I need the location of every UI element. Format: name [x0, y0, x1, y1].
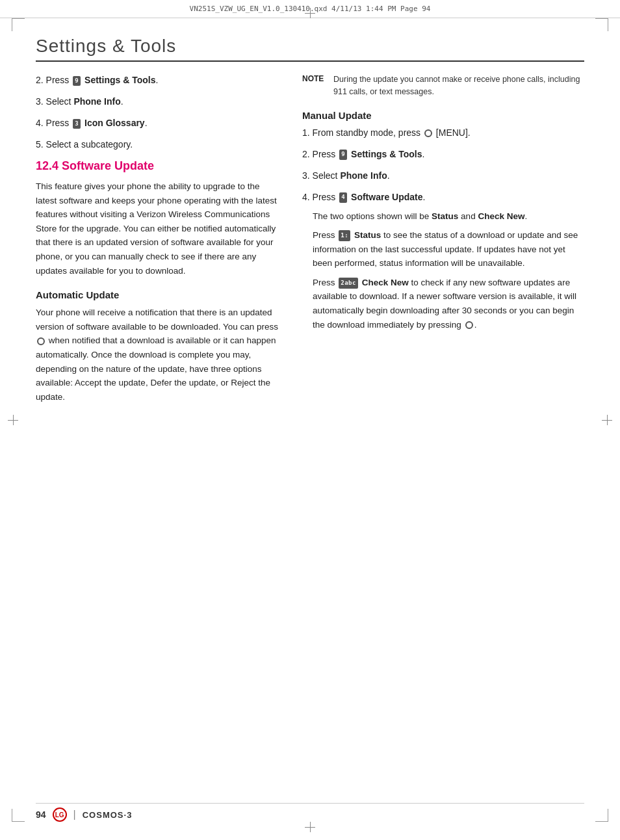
section-title-12-4: 12.4 Software Update — [36, 159, 283, 173]
cross-left-center — [8, 415, 18, 425]
circle-icon-press — [465, 321, 473, 329]
reg-mark-left-bottom — [12, 809, 25, 822]
sub-status-text: Press 1: Status to see the status of a d… — [313, 230, 578, 268]
body-text-main: This feature gives your phone the abilit… — [36, 179, 283, 278]
footer-logo: LG — [53, 807, 67, 822]
right-step-1-text: 1. From standby mode, press [MENU]. — [302, 127, 471, 138]
footer-page-number: 94 — [36, 809, 46, 820]
step-2-icon: 9 — [73, 76, 81, 86]
status-key-icon: 1: — [339, 230, 350, 241]
right-step-4-text: Software Update — [351, 192, 422, 202]
step-2: 2. Press 9 Settings & Tools. — [36, 73, 283, 87]
step-4-icon: 3 — [73, 119, 81, 129]
right-step-4-icon: 4 — [339, 192, 347, 203]
step-5: 5. Select a subcategory. — [36, 138, 283, 151]
auto-update-text: Your phone will receive a notification t… — [36, 306, 283, 404]
cross-right-center — [602, 415, 612, 425]
sub-check-new-text: Press 2abc Check New to check if any new… — [313, 278, 576, 330]
step-2-number: 2. Press — [36, 75, 71, 85]
right-step-2-icon: 9 — [339, 150, 347, 160]
sub-options-intro: The two options shown will be Status and… — [313, 211, 527, 221]
right-step-2-prefix: 2. Press — [302, 149, 338, 159]
auto-update-heading: Automatic Update — [36, 289, 283, 300]
right-step-2-text: Settings & Tools — [351, 149, 422, 159]
step-3-text: Phone Info — [73, 96, 120, 107]
reg-mark-right-bottom — [595, 809, 608, 822]
right-step-1: 1. From standby mode, press [MENU]. — [302, 126, 584, 140]
step-3: 3. Select Phone Info. — [36, 95, 283, 109]
footer-product-name: COSMOS·3 — [83, 810, 133, 820]
col-right: NOTE During the update you cannot make o… — [302, 73, 584, 804]
step-4-number: 4. Press — [36, 118, 71, 128]
step-4-period: . — [145, 118, 148, 128]
sub-block-options: The two options shown will be Status and… — [313, 209, 584, 224]
right-step-4: 4. Press 4 Software Update. The two opti… — [302, 190, 584, 332]
step-3-period: . — [121, 96, 123, 107]
right-step-3-text: Phone Info — [340, 170, 387, 181]
note-label: NOTE — [302, 73, 328, 98]
step-5-text: 5. Select a subcategory. — [36, 139, 133, 150]
right-step-2: 2. Press 9 Settings & Tools. — [302, 148, 584, 161]
sub-block-status: Press 1: Status to see the status of a d… — [313, 228, 584, 270]
circle-icon-auto — [37, 337, 45, 345]
step-2-period: . — [155, 75, 158, 85]
footer-separator: | — [73, 809, 76, 820]
cross-top-center — [305, 8, 315, 18]
reg-mark-right-top — [595, 18, 608, 31]
page-wrapper: VN251S_VZW_UG_EN_V1.0_130410.qxd 4/11/13… — [0, 0, 620, 840]
content-area: Settings & Tools 2. Press 9 Settings & T… — [36, 36, 584, 804]
right-step-3: 3. Select Phone Info. — [302, 169, 584, 183]
right-step-4-prefix: 4. Press — [302, 192, 338, 202]
step-2-text: Settings & Tools — [84, 75, 155, 85]
step-4: 4. Press 3 Icon Glossary. — [36, 116, 283, 130]
cross-bottom-center — [305, 822, 315, 832]
right-step-3-prefix: 3. Select — [302, 170, 340, 181]
lg-icon: LG — [53, 807, 67, 822]
col-left: 2. Press 9 Settings & Tools. 3. Select P… — [36, 73, 283, 804]
note-box: NOTE During the update you cannot make o… — [302, 73, 584, 98]
note-text: During the update you cannot make or rec… — [333, 73, 584, 98]
circle-icon-menu — [424, 129, 432, 137]
manual-update-heading: Manual Update — [302, 110, 584, 121]
check-new-key-icon: 2abc — [339, 278, 358, 288]
page-title: Settings & Tools — [36, 36, 584, 62]
sub-block-check-new: Press 2abc Check New to check if any new… — [313, 276, 584, 332]
step-4-text: Icon Glossary — [84, 118, 145, 128]
step-3-number: 3. Select — [36, 96, 73, 107]
footer-bar: 94 LG | COSMOS·3 — [36, 803, 584, 822]
two-column-layout: 2. Press 9 Settings & Tools. 3. Select P… — [36, 73, 584, 804]
reg-mark-left-top — [12, 18, 25, 31]
